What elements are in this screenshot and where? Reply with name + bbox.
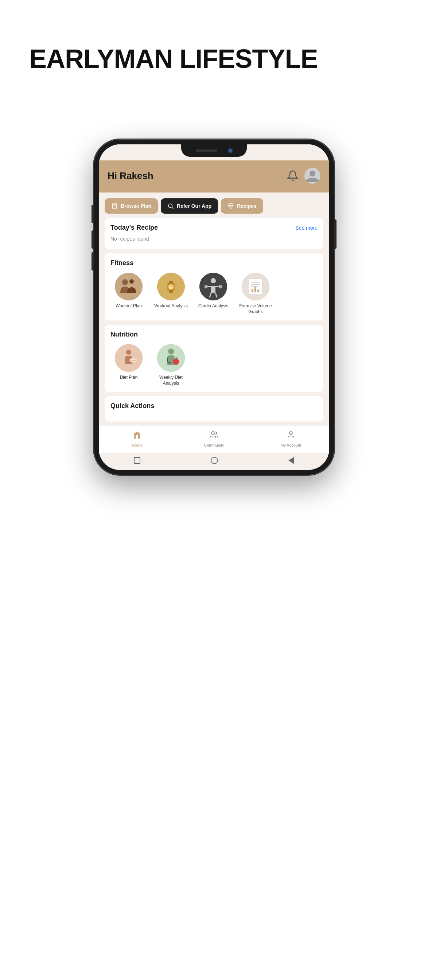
fitness-item-workout-plan[interactable]: Workout Plan	[110, 273, 147, 315]
community-svg	[210, 431, 218, 439]
clipboard-icon	[111, 203, 118, 209]
svg-rect-32	[251, 289, 253, 293]
account-svg	[286, 431, 295, 439]
svg-rect-23	[205, 285, 207, 288]
community-label: Community	[204, 443, 224, 447]
cardio-icon	[199, 273, 227, 301]
workout-plan-label: Workout Plan	[116, 303, 142, 309]
cardio-label: Cardio Analysis	[198, 303, 229, 309]
fitness-item-weekly-diet[interactable]: Weekly Diet Analysis	[153, 344, 189, 386]
nutrition-grid: Diet Plan	[110, 344, 318, 386]
svg-point-42	[290, 432, 293, 434]
workout-analysis-label: Workout Analysis	[154, 303, 188, 309]
no-recipes-text: No recipes found	[110, 234, 318, 243]
fitness-section: Fitness	[105, 253, 323, 320]
bottom-nav: Home Community	[99, 426, 329, 453]
recipes-button[interactable]: Recipes	[221, 198, 263, 214]
svg-point-41	[212, 432, 214, 434]
exercise-graphs-label: Exercise VolumeGraphs	[239, 303, 272, 315]
speaker	[196, 150, 217, 152]
search-icon	[167, 203, 174, 209]
avatar[interactable]	[304, 168, 320, 184]
svg-rect-16	[169, 290, 173, 293]
home-label: Home	[132, 443, 143, 447]
fitness-item-cardio[interactable]: Cardio Analysis	[195, 273, 231, 315]
fitness-item-workout-analysis[interactable]: Workout Analysis	[153, 273, 189, 315]
nutrition-section: Nutrition	[105, 325, 323, 392]
svg-point-0	[310, 170, 315, 177]
home-icon	[133, 431, 142, 442]
svg-rect-24	[219, 285, 222, 288]
refer-app-label: Refer Our App	[177, 203, 212, 209]
recipes-label: Recipes	[237, 203, 257, 209]
workout-plan-icon	[115, 273, 143, 301]
weekly-diet-label: Weekly Diet Analysis	[153, 375, 189, 386]
dish-icon	[228, 203, 234, 209]
svg-rect-34	[258, 290, 259, 293]
workout-analysis-icon	[157, 273, 185, 301]
quick-actions-title: Quick Actions	[110, 402, 318, 410]
quick-buttons: Browse Plan Refer Our App	[99, 192, 329, 214]
recipe-section-header: Today's Recipe See more	[110, 224, 318, 232]
phone-notch	[181, 145, 247, 157]
my-account-icon	[286, 431, 295, 442]
nav-home[interactable]: Home	[99, 431, 176, 447]
browse-plan-label: Browse Plan	[121, 203, 151, 209]
nav-my-account[interactable]: My Account	[252, 431, 329, 447]
fitness-title: Fitness	[110, 259, 318, 267]
fitness-grid: Workout Plan	[110, 273, 318, 315]
phone-mockup: Hi Rakesh	[94, 139, 334, 620]
exercise-icon	[242, 273, 269, 301]
community-icon	[210, 431, 218, 442]
header-icons	[287, 168, 320, 184]
weekly-diet-icon	[157, 344, 185, 372]
camera	[228, 148, 232, 153]
app-content: Hi Rakesh	[99, 145, 329, 470]
svg-rect-33	[255, 287, 256, 293]
nav-community[interactable]: Community	[176, 431, 253, 447]
fitness-item-exercise-graphs[interactable]: Exercise VolumeGraphs	[237, 273, 274, 315]
browse-plan-button[interactable]: Browse Plan	[105, 198, 158, 214]
quick-actions-section: Quick Actions	[105, 396, 323, 422]
svg-point-40	[173, 358, 179, 365]
todays-recipe-section: Today's Recipe See more No recipes found	[105, 218, 323, 249]
android-back-btn[interactable]	[288, 457, 294, 464]
svg-rect-15	[169, 281, 173, 284]
my-account-label: My Account	[280, 443, 301, 447]
page-title: EARLYMAN LIFESTYLE	[0, 44, 318, 74]
home-svg	[133, 431, 142, 439]
diet-plan-label: Diet Plan	[120, 375, 138, 380]
svg-point-39	[168, 348, 174, 355]
bell-icon[interactable]	[287, 170, 299, 181]
svg-point-5	[169, 204, 172, 208]
android-nav-bar	[99, 453, 329, 470]
phone-screen: Hi Rakesh	[99, 145, 329, 470]
see-more-link[interactable]: See more	[295, 225, 318, 231]
svg-point-11	[122, 279, 128, 285]
app-header: Hi Rakesh	[99, 161, 329, 192]
svg-line-6	[172, 207, 173, 208]
recipe-title: Today's Recipe	[110, 224, 158, 232]
greeting-text: Hi Rakesh	[108, 170, 153, 181]
svg-point-36	[126, 350, 131, 355]
svg-point-21	[211, 278, 216, 283]
android-square-btn[interactable]	[134, 457, 140, 464]
fitness-item-diet-plan[interactable]: Diet Plan	[110, 344, 147, 386]
svg-point-12	[129, 279, 134, 284]
refer-app-button[interactable]: Refer Our App	[161, 198, 218, 214]
diet-plan-icon	[115, 344, 143, 372]
svg-point-10	[115, 273, 143, 301]
nutrition-title: Nutrition	[110, 331, 318, 338]
avatar-icon	[304, 168, 320, 184]
android-circle-btn[interactable]	[211, 457, 218, 464]
